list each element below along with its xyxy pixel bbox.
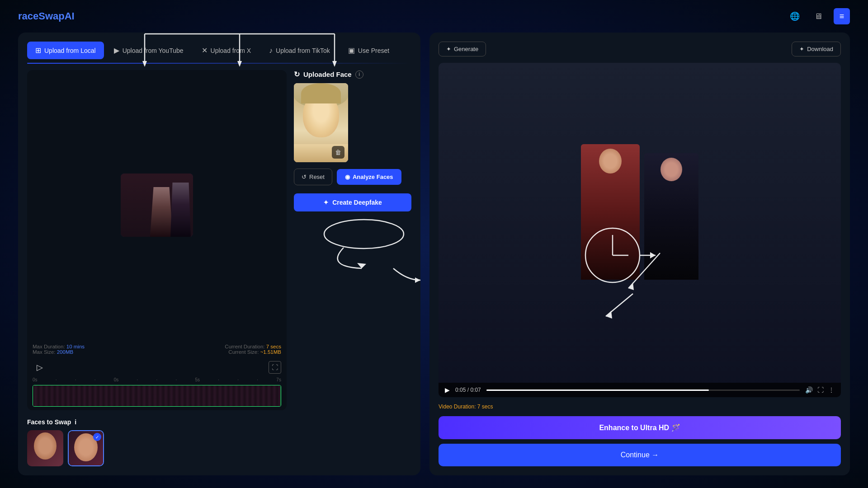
tab-divider (27, 63, 411, 64)
output-video-controls: 🔊 ⛶ ⋮ (805, 386, 835, 394)
time-ruler: 0s · · · 0s · · · 5s · · · 7s (27, 376, 287, 383)
strip-frame (33, 385, 281, 406)
face-section: ↻ Uploaded Face i 🗑 ↺ (294, 70, 411, 410)
sparkle-icon-2: ✦ (446, 46, 451, 52)
more-icon[interactable]: ⋮ (828, 386, 835, 394)
create-deepfake-button[interactable]: ✦ Create Deepfake (294, 193, 411, 211)
output-video: ▶ 0:05 / 0:07 🔊 ⛶ ⋮ (439, 63, 841, 397)
analyze-icon: ◉ (345, 174, 350, 180)
app-logo: raceSwapAI (18, 10, 75, 22)
fullscreen-button[interactable]: ⛶ (269, 361, 281, 374)
output-time: 0:05 / 0:07 (455, 387, 481, 393)
x-icon: ✕ (202, 46, 208, 55)
preset-icon: ▣ (348, 46, 355, 55)
header: raceSwapAI 🌐 🖥 ≡ (0, 0, 868, 33)
video-meta: Max Duration: 10 mins Max Size: 200MB Cu… (27, 340, 287, 358)
right-panel: ✦ Generate ✦ Download (429, 33, 850, 475)
video-duration-info: Video Duration: 7 secs (439, 404, 841, 410)
tab-upload-x[interactable]: ✕ Upload from X (193, 42, 259, 59)
analyze-faces-button[interactable]: ◉ Analyze Faces (337, 169, 401, 185)
sparkle-icon-3: ✦ (799, 46, 804, 52)
bottom-buttons: Enhance to Ultra HD 🪄 Continue → (439, 416, 841, 466)
generate-button[interactable]: ✦ Generate (439, 42, 486, 56)
figure-right (170, 183, 191, 237)
content-row: Max Duration: 10 mins Max Size: 200MB Cu… (27, 70, 411, 410)
menu-icon[interactable]: ≡ (834, 8, 850, 24)
face-thumb-2-check: ✓ (93, 433, 101, 441)
volume-icon[interactable]: 🔊 (805, 386, 813, 394)
tab-upload-youtube[interactable]: ▶ Upload from YouTube (106, 42, 192, 59)
reset-button[interactable]: ↺ Reset (294, 169, 332, 185)
swap-info-icon[interactable]: i (75, 418, 76, 426)
face-image-container: 🗑 (294, 83, 348, 162)
video-thumb-inner (121, 174, 193, 237)
tab-use-preset[interactable]: ▣ Use Preset (340, 42, 397, 59)
output-play-button[interactable]: ▶ (445, 386, 450, 394)
uploaded-face-label: Uploaded Face (303, 70, 352, 78)
youtube-icon: ▶ (114, 46, 119, 55)
output-progress-fill (486, 389, 709, 391)
face-thumbs: ✓ (27, 430, 411, 466)
face-thumb-2[interactable]: ✓ (68, 430, 104, 466)
main-container: ⊞ Upload from Local ▶ Upload from YouTub… (0, 33, 868, 484)
faces-to-swap-header: Faces to Swap i (27, 418, 411, 426)
logo-suffix: AI (65, 10, 75, 22)
play-button[interactable]: ▷ (33, 360, 47, 375)
left-panel: ⊞ Upload from Local ▶ Upload from YouTub… (18, 33, 420, 475)
fullscreen-icon[interactable]: ⛶ (817, 386, 824, 394)
face-info-icon[interactable]: i (355, 70, 363, 79)
video-preview (27, 70, 287, 340)
monitor-icon[interactable]: 🖥 (810, 8, 826, 24)
logo-prefix: raceSwap (18, 10, 65, 22)
video-thumbnail (121, 174, 193, 237)
continue-button[interactable]: Continue → (439, 444, 841, 466)
meta-right: Current Duration: 7 secs Current Size: ~… (225, 344, 281, 355)
video-strip (33, 385, 281, 407)
faces-to-swap: Faces to Swap i ✓ (27, 418, 411, 466)
output-figures (581, 158, 698, 302)
upload-tabs: ⊞ Upload from Local ▶ Upload from YouTub… (27, 42, 411, 59)
tab-upload-tiktok[interactable]: ♪ Upload from TikTok (261, 42, 338, 59)
sparkle-icon: ✦ (323, 199, 329, 206)
reset-icon: ↺ (302, 174, 307, 180)
tiktok-icon: ♪ (269, 47, 273, 55)
meta-left: Max Duration: 10 mins Max Size: 200MB (33, 344, 85, 355)
tab-upload-local[interactable]: ⊞ Upload from Local (27, 42, 104, 59)
grid-icon: ⊞ (35, 46, 41, 55)
globe-icon[interactable]: 🌐 (787, 8, 803, 24)
action-buttons: ↺ Reset ◉ Analyze Faces (294, 169, 411, 185)
output-preview (439, 63, 841, 397)
header-icons: 🌐 🖥 ≡ (787, 8, 850, 24)
output-figure-1 (581, 144, 640, 280)
figure-left (150, 187, 173, 237)
face-delete-button[interactable]: 🗑 (332, 146, 344, 159)
video-area: Max Duration: 10 mins Max Size: 200MB Cu… (27, 70, 287, 410)
face-thumb-1[interactable] (27, 430, 63, 466)
uploaded-face-header: ↻ Uploaded Face i (294, 70, 411, 79)
output-figure-2 (644, 153, 698, 280)
output-progress-bar[interactable] (486, 389, 800, 391)
refresh-icon: ↻ (294, 70, 300, 79)
right-header: ✦ Generate ✦ Download (439, 42, 841, 56)
enhance-button[interactable]: Enhance to Ultra HD 🪄 (439, 416, 841, 439)
video-controls-bar: ▶ 0:05 / 0:07 🔊 ⛶ ⋮ (439, 383, 841, 397)
face-thumb-1-image (27, 430, 63, 466)
download-button[interactable]: ✦ Download (792, 42, 841, 56)
timeline-controls: ▷ ⛶ (27, 358, 287, 376)
